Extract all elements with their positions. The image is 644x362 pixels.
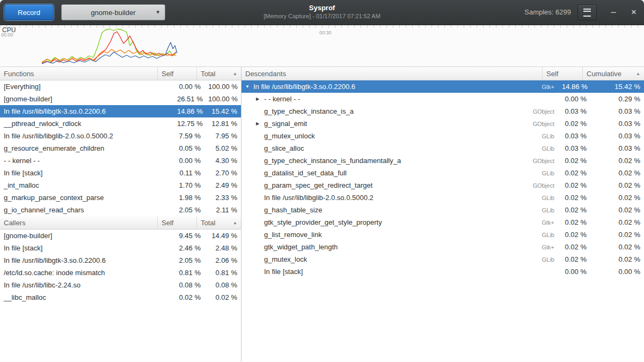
self-column-label: Self <box>546 70 558 78</box>
cumulative-percent: 0.02 % <box>590 255 644 263</box>
row-expander-icon[interactable]: ▶ <box>256 121 264 126</box>
total-percent: 100.00 % <box>204 95 241 103</box>
tree-indent <box>245 197 256 198</box>
cumulative-percent: 0.02 % <box>590 181 644 189</box>
descendant-row[interactable]: In file /usr/lib/libglib-2.0.so.0.5000.2… <box>241 191 644 204</box>
row-expander-icon[interactable]: ▼ <box>245 84 253 89</box>
descendant-row[interactable]: g_mutex_lock GLib 0.02 % 0.02 % <box>241 253 644 265</box>
functions-total-column-header[interactable]: Total ▲ <box>197 67 241 80</box>
self-percent: 9.45 % <box>173 232 204 240</box>
self-percent: 0.02 % <box>558 169 590 177</box>
descendants-cumulative-column-header[interactable]: Cumulative ▲ <box>583 67 644 80</box>
descendant-row[interactable]: g_mutex_unlock GLib 0.03 % 0.03 % <box>241 130 644 142</box>
descendant-name-cell: gtk_widget_path_length Gtk+ <box>241 243 558 251</box>
descendant-row[interactable]: g_type_check_instance_is_a GObject 0.03 … <box>241 105 644 117</box>
process-selector-label: gnome-builder <box>91 9 135 17</box>
function-row[interactable]: g_io_channel_read_chars 2.05 % 2.11 % <box>0 204 241 216</box>
library-badge: GObject <box>528 108 554 115</box>
descendant-row[interactable]: g_param_spec_get_redirect_target GObject… <box>241 179 644 191</box>
descendant-name: In file /usr/lib/libglib-2.0.so.0.5000.2 <box>264 194 374 202</box>
descendant-row[interactable]: In file [stack] 0.00 % 0.00 % <box>241 265 644 278</box>
function-name: In file [stack] <box>0 169 173 177</box>
descendant-row[interactable]: g_datalist_id_set_data_full GLib 0.02 % … <box>241 167 644 179</box>
tree-indent <box>245 259 256 260</box>
right-pane: Descendants Self Cumulative ▲ <box>241 67 644 362</box>
callers-rows: [gnome-builder] 9.45 % 14.49 % In file [… <box>0 230 241 304</box>
descendants-table: Descendants Self Cumulative ▲ <box>241 67 644 278</box>
descendant-row[interactable]: ▼ In file /usr/lib/libgtk-3.so.0.2200.6 … <box>241 80 644 93</box>
function-row[interactable]: In file /usr/lib/libglib-2.0.so.0.5000.2… <box>0 130 241 142</box>
chevron-down-icon: ▾ <box>156 9 159 16</box>
cumulative-percent: 15.42 % <box>590 83 644 91</box>
cpu-graph[interactable]: CPU 00:00 00:30 <box>0 25 644 67</box>
descendant-row[interactable]: g_type_check_instance_is_fundamentally_a… <box>241 154 644 167</box>
caller-row[interactable]: In file /usr/lib/libc-2.24.so 0.08 % 0.0… <box>0 279 241 291</box>
functions-table-header: Functions Self Total ▲ <box>0 67 241 80</box>
descendant-name-cell: In file /usr/lib/libglib-2.0.so.0.5000.2… <box>241 194 558 202</box>
descendant-row[interactable]: g_list_remove_link GLib 0.02 % 0.02 % <box>241 228 644 241</box>
function-row[interactable]: [Everything] 0.00 % 100.00 % <box>0 80 241 93</box>
self-percent: 0.02 % <box>558 157 590 165</box>
tree-indent <box>245 234 256 235</box>
menu-button[interactable] <box>577 4 597 20</box>
record-button[interactable]: Record <box>4 4 54 20</box>
descendants-table-header: Descendants Self Cumulative ▲ <box>241 67 644 80</box>
descendants-column-header[interactable]: Descendants <box>241 67 543 80</box>
library-badge: GObject <box>528 182 554 189</box>
function-row[interactable]: [gnome-builder] 26.51 % 100.00 % <box>0 93 241 105</box>
descendant-row[interactable]: g_hash_table_size GLib 0.02 % 0.02 % <box>241 204 644 216</box>
function-name: In file /usr/lib/libgtk-3.so.0.2200.6 <box>0 107 173 115</box>
function-row[interactable]: g_resource_enumerate_children 0.05 % 5.0… <box>0 142 241 154</box>
self-percent: 26.51 % <box>173 95 204 103</box>
self-percent: 14.86 % <box>173 107 204 115</box>
library-badge: GLib <box>537 170 554 176</box>
row-expander-icon[interactable]: ▶ <box>256 97 264 101</box>
function-row[interactable]: _int_malloc 1.70 % 2.49 % <box>0 179 241 191</box>
self-percent: 0.00 % <box>558 268 590 276</box>
library-badge: Gtk+ <box>536 219 554 226</box>
function-row[interactable]: g_markup_parse_context_parse 1.98 % 2.33… <box>0 191 241 204</box>
tree-indent <box>245 148 256 149</box>
function-row[interactable]: __pthread_rwlock_rdlock 12.75 % 12.81 % <box>0 117 241 130</box>
caller-row[interactable]: In file [stack] 2.46 % 2.48 % <box>0 242 241 254</box>
descendant-name-cell: ▶ g_signal_emit GObject <box>241 120 558 128</box>
total-percent: 7.95 % <box>204 132 241 140</box>
close-button[interactable]: × <box>627 6 641 18</box>
descendant-row[interactable]: ▶ g_signal_emit GObject 0.02 % 0.03 % <box>241 117 644 130</box>
functions-column-header[interactable]: Functions <box>0 67 158 80</box>
self-percent: 0.03 % <box>558 144 590 152</box>
callers-total-column-header[interactable]: Total ▲ <box>197 216 241 229</box>
descendant-name: g_param_spec_get_redirect_target <box>264 181 372 189</box>
descendant-name: g_slice_alloc <box>264 144 304 152</box>
cumulative-percent: 0.02 % <box>590 194 644 202</box>
callers-self-column-header[interactable]: Self <box>158 216 197 229</box>
descendant-row[interactable]: gtk_style_provider_get_style_property Gt… <box>241 216 644 228</box>
cumulative-percent: 0.03 % <box>590 132 644 140</box>
process-selector-dropdown[interactable]: gnome-builder ▾ <box>61 4 165 20</box>
descendant-name: g_mutex_lock <box>264 255 307 263</box>
descendant-row[interactable]: gtk_widget_path_length Gtk+ 0.02 % 0.02 … <box>241 241 644 253</box>
caller-row[interactable]: In file /usr/lib/libgtk-3.so.0.2200.6 2.… <box>0 254 241 267</box>
total-percent: 0.02 % <box>204 293 241 301</box>
descendants-self-column-header[interactable]: Self <box>543 67 583 80</box>
function-row[interactable]: In file /usr/lib/libgtk-3.so.0.2200.6 14… <box>0 105 241 117</box>
caller-row[interactable]: [gnome-builder] 9.45 % 14.49 % <box>0 230 241 242</box>
function-row[interactable]: In file [stack] 0.11 % 2.70 % <box>0 167 241 179</box>
app-title: Sysprof <box>264 4 380 12</box>
functions-table: Functions Self Total ▲ [Everything] <box>0 67 241 216</box>
self-percent: 0.00 % <box>173 83 204 91</box>
caller-row[interactable]: /etc/ld.so.cache: inode mismatch 0.81 % … <box>0 267 241 279</box>
callers-column-header[interactable]: Callers <box>0 216 158 229</box>
function-row[interactable]: - - kernel - - 0.00 % 4.30 % <box>0 154 241 167</box>
total-percent: 5.02 % <box>204 144 241 152</box>
self-percent: 0.11 % <box>173 169 204 177</box>
descendant-row[interactable]: g_slice_alloc GLib 0.03 % 0.03 % <box>241 142 644 154</box>
total-percent: 2.70 % <box>204 169 241 177</box>
descendant-row[interactable]: ▶ - - kernel - - 0.00 % 0.29 % <box>241 93 644 105</box>
caller-name: [gnome-builder] <box>0 232 173 240</box>
functions-self-column-header[interactable]: Self <box>158 67 197 80</box>
caller-row[interactable]: __libc_malloc 0.02 % 0.02 % <box>0 291 241 304</box>
descendant-name-cell: g_type_check_instance_is_a GObject <box>241 107 558 115</box>
minimize-button[interactable]: ─ <box>606 6 620 18</box>
descendant-name-cell: g_mutex_lock GLib <box>241 255 558 263</box>
